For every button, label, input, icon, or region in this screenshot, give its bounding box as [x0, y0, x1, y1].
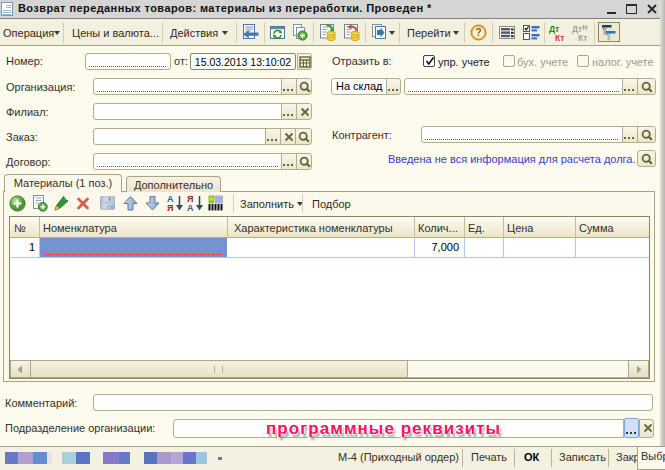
svg-text:?: ? — [475, 27, 481, 38]
svg-text:ОК: ОК — [107, 204, 115, 210]
